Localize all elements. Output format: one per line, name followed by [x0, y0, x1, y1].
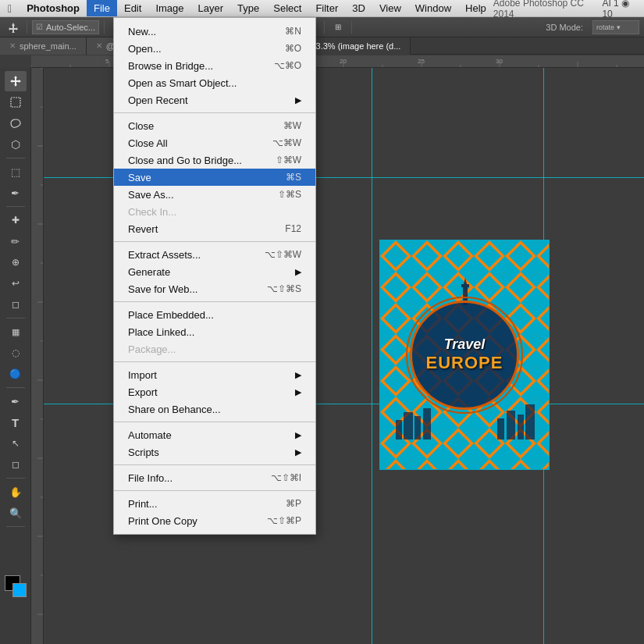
- tool-marquee[interactable]: [5, 92, 27, 112]
- svg-text:5: 5: [105, 58, 109, 65]
- menu-share-behance[interactable]: Share on Behance...: [114, 400, 315, 418]
- tab-sphere[interactable]: ✕ sphere_main...: [0, 37, 87, 55]
- menu-item-layer[interactable]: Layer: [191, 0, 231, 16]
- toolbar-separator-4: [324, 21, 325, 34]
- menu-open-smart[interactable]: Open as Smart Object...: [114, 74, 315, 91]
- tool-text[interactable]: T: [5, 412, 27, 432]
- tool-hand[interactable]: ✋: [5, 482, 27, 502]
- tab-sphere-label: sphere_main...: [20, 41, 76, 51]
- menu-print[interactable]: Print... ⌘P: [114, 495, 315, 512]
- tool-blur[interactable]: ◌: [5, 343, 27, 363]
- app-title: Adobe Photoshop CC 2014: [493, 0, 595, 20]
- tool-pen[interactable]: ✒: [5, 391, 27, 411]
- tool-healing[interactable]: ✚: [5, 210, 27, 230]
- menu-browse-bridge-label: Browse in Bridge...: [128, 60, 213, 72]
- tool-brush[interactable]: ✏: [5, 231, 27, 251]
- menu-item-select[interactable]: Select: [266, 0, 308, 16]
- menu-item-window[interactable]: Window: [408, 0, 458, 16]
- menu-save-for-web-shortcut: ⌥⇧⌘S: [267, 283, 301, 294]
- menu-item-file[interactable]: File: [87, 0, 117, 16]
- svg-rect-59: [518, 415, 524, 439]
- move-tool-icon[interactable]: [5, 19, 22, 36]
- menu-place-linked[interactable]: Place Linked...: [114, 323, 315, 340]
- svg-rect-60: [525, 404, 535, 439]
- tool-eraser[interactable]: ◻: [5, 294, 27, 315]
- export-arrow: ▶: [295, 387, 301, 397]
- menu-open-recent-label: Open Recent: [128, 94, 188, 106]
- tool-path-select[interactable]: ↖: [5, 433, 27, 454]
- menu-item-help[interactable]: Help: [458, 0, 493, 16]
- menu-close-all[interactable]: Close All ⌥⌘W: [114, 134, 315, 151]
- menu-item-photoshop[interactable]: Photoshop: [20, 0, 87, 16]
- ai-status: AI 1 ◉ 10: [602, 0, 638, 20]
- open-recent-arrow: ▶: [295, 95, 301, 105]
- tool-history[interactable]: ↩: [5, 273, 27, 294]
- menu-item-filter[interactable]: Filter: [308, 0, 345, 16]
- menu-close[interactable]: Close ⌘W: [114, 117, 315, 134]
- file-menu-divider-7: [114, 490, 315, 491]
- file-menu-section-7: File Info... ⌥⇧⌘I: [114, 468, 315, 488]
- menu-close-bridge[interactable]: Close and Go to Bridge... ⇧⌘W: [114, 151, 315, 169]
- menu-print-one[interactable]: Print One Copy ⌥⇧⌘P: [114, 512, 315, 529]
- menu-open-smart-label: Open as Smart Object...: [128, 77, 237, 89]
- menu-item-3d[interactable]: 3D: [345, 0, 372, 16]
- import-arrow: ▶: [295, 370, 301, 380]
- menu-export[interactable]: Export ▶: [114, 383, 315, 400]
- ps-options-toolbar: ☑ Auto-Selec... ⊟ ⊠ ⊡ ⊟ ⊞ ⊡ ⊟ ⊠ ⊡ ⊟ ⊞ ⊡ …: [0, 17, 644, 37]
- guide-vertical-1: [372, 68, 372, 644]
- tool-shape[interactable]: ◻: [5, 454, 27, 475]
- travel-poster-canvas: Travel EUROPE: [379, 240, 550, 470]
- menu-save[interactable]: Save ⌘S: [114, 169, 315, 186]
- tool-gradient[interactable]: ▦: [5, 322, 27, 342]
- svg-text:30: 30: [496, 58, 503, 65]
- auto-select-label: Auto-Selec...: [46, 23, 95, 32]
- menu-import[interactable]: Import ▶: [114, 366, 315, 383]
- menu-open-recent[interactable]: Open Recent ▶: [114, 91, 315, 109]
- svg-marker-0: [9, 23, 18, 33]
- svg-rect-54: [404, 412, 413, 439]
- tool-move[interactable]: [5, 71, 27, 91]
- menu-open-label: Open...: [128, 43, 162, 55]
- color-swatches[interactable]: [5, 575, 27, 597]
- menu-import-label: Import: [128, 369, 157, 381]
- menu-print-one-shortcut: ⌥⇧⌘P: [267, 515, 301, 526]
- menu-generate-label: Generate: [128, 266, 170, 278]
- tool-dodge[interactable]: 🔵: [5, 364, 27, 384]
- menu-extract-assets-shortcut: ⌥⇧⌘W: [265, 249, 301, 260]
- svg-rect-53: [396, 420, 402, 439]
- auto-select-checkbox[interactable]: ☑ Auto-Selec...: [32, 20, 99, 34]
- arrange-icon[interactable]: ⊞: [329, 19, 347, 36]
- menu-close-label: Close: [128, 120, 154, 132]
- menu-item-image[interactable]: Image: [148, 0, 190, 16]
- menu-revert[interactable]: Revert F12: [114, 220, 315, 237]
- svg-rect-25: [31, 68, 44, 644]
- tool-zoom[interactable]: 🔍: [5, 503, 27, 523]
- menu-extract-assets[interactable]: Extract Assets... ⌥⇧⌘W: [114, 246, 315, 263]
- menu-item-type[interactable]: Type: [230, 0, 266, 16]
- menu-close-all-label: Close All: [128, 137, 168, 149]
- menu-package: Package...: [114, 340, 315, 358]
- menu-print-shortcut: ⌘P: [286, 498, 301, 509]
- tool-crop[interactable]: ⬚: [5, 162, 27, 182]
- 3d-mode-select[interactable]: rotate ▾: [592, 20, 639, 34]
- tool-quick-select[interactable]: ⬡: [5, 134, 27, 155]
- menu-extract-assets-label: Extract Assets...: [128, 249, 201, 261]
- menu-browse-bridge[interactable]: Browse in Bridge... ⌥⌘O: [114, 57, 315, 74]
- menu-item-view[interactable]: View: [372, 0, 408, 16]
- menu-generate[interactable]: Generate ▶: [114, 263, 315, 280]
- background-color[interactable]: [12, 583, 27, 597]
- menu-file-info[interactable]: File Info... ⌥⇧⌘I: [114, 469, 315, 486]
- tool-clone[interactable]: ⊕: [5, 252, 27, 272]
- menu-scripts[interactable]: Scripts ▶: [114, 443, 315, 461]
- tool-eyedropper[interactable]: ✒: [5, 183, 27, 203]
- scripts-arrow: ▶: [295, 447, 301, 457]
- menu-item-edit[interactable]: Edit: [117, 0, 148, 16]
- menu-automate[interactable]: Automate ▶: [114, 426, 315, 443]
- tool-lasso[interactable]: [5, 113, 27, 133]
- menu-new[interactable]: New... ⌘N: [114, 23, 315, 40]
- menu-open[interactable]: Open... ⌘O: [114, 40, 315, 57]
- menu-save-as[interactable]: Save As... ⇧⌘S: [114, 186, 315, 203]
- menu-place-embedded[interactable]: Place Embedded...: [114, 306, 315, 323]
- menu-save-for-web[interactable]: Save for Web... ⌥⇧⌘S: [114, 280, 315, 297]
- file-menu-divider-5: [114, 422, 315, 422]
